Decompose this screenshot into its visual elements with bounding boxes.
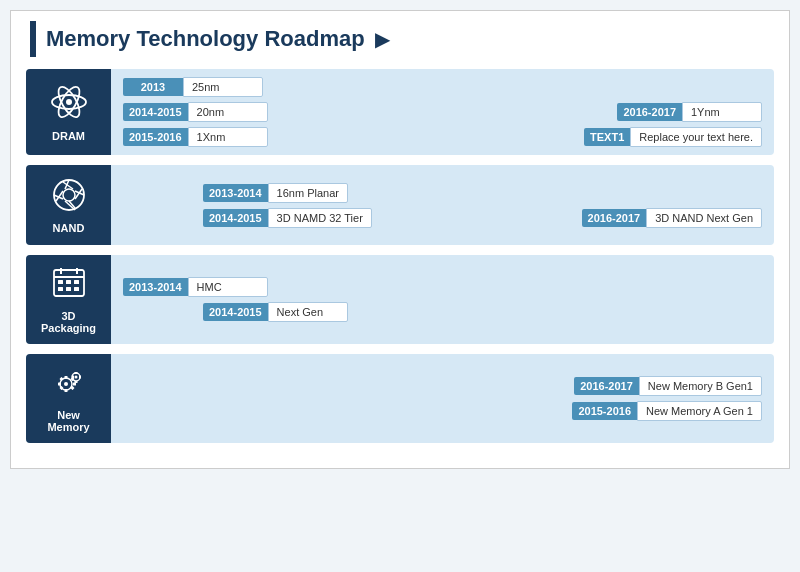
text1-badge: TEXT1	[584, 128, 630, 146]
packaging-item-2014-2015: 2014-2015 Next Gen	[203, 302, 348, 322]
svg-rect-36	[74, 372, 77, 374]
dram-label-25nm: 25nm	[183, 77, 263, 97]
svg-rect-38	[72, 376, 74, 379]
dram-year-2015-2016: 2015-2016	[123, 128, 188, 146]
nand-row-2: 2014-2015 3D NAMD 32 Tier 2016-2017 3D N…	[123, 208, 762, 228]
new-memory-year-2016-2017: 2016-2017	[574, 377, 639, 395]
svg-point-25	[64, 382, 68, 386]
page-container: Memory Technology Roadmap ▶ DRAM 2013 25…	[10, 10, 790, 469]
header-arrow-icon: ▶	[375, 27, 390, 51]
new-memory-icon-area: New Memory	[26, 354, 111, 443]
packaging-content: 2013-2014 HMC 2014-2015 Next Gen	[111, 255, 774, 344]
nand-label-16nm: 16nm Planar	[268, 183, 348, 203]
svg-rect-19	[66, 280, 71, 284]
svg-point-3	[66, 99, 72, 105]
new-memory-label-b-gen1: New Memory B Gen1	[639, 376, 762, 396]
dram-icon-area: DRAM	[26, 69, 111, 155]
svg-rect-37	[74, 381, 77, 383]
dram-item-2013: 2013 25nm	[123, 77, 263, 97]
svg-rect-28	[58, 383, 61, 386]
dram-year-2016-2017: 2016-2017	[617, 103, 682, 121]
atom-icon	[50, 83, 88, 126]
dram-item-2016-2017: 2016-2017 1Ynm	[617, 102, 762, 122]
svg-rect-30	[59, 377, 63, 381]
aperture-icon	[51, 177, 87, 218]
header: Memory Technology Roadmap ▶	[26, 21, 774, 57]
new-memory-row-1: 2016-2017 New Memory B Gen1	[123, 376, 762, 396]
nand-label: NAND	[53, 222, 85, 234]
svg-rect-23	[74, 287, 79, 291]
dram-label: DRAM	[52, 130, 85, 142]
gear-icon	[51, 364, 87, 405]
nand-item-2014-2015: 2014-2015 3D NAMD 32 Tier	[203, 208, 372, 228]
new-memory-section: New Memory 2016-2017 New Memory B Gen1 2…	[26, 354, 774, 443]
packaging-year-2014-2015: 2014-2015	[203, 303, 268, 321]
nand-item-2016-2017: 2016-2017 3D NAND Next Gen	[582, 208, 762, 228]
dram-label-1xnm: 1Xnm	[188, 127, 268, 147]
nand-item-2013-2014: 2013-2014 16nm Planar	[203, 183, 348, 203]
nand-year-2013-2014: 2013-2014	[203, 184, 268, 202]
nand-year-2014-2015: 2014-2015	[203, 209, 268, 227]
calendar-icon	[51, 265, 87, 306]
nand-section: NAND 2013-2014 16nm Planar 2014-2015 3D …	[26, 165, 774, 245]
nand-label-next-gen: 3D NAND Next Gen	[646, 208, 762, 228]
dram-item-2015-2016: 2015-2016 1Xnm	[123, 127, 268, 147]
dram-year-2014-2015: 2014-2015	[123, 103, 188, 121]
svg-rect-26	[64, 376, 67, 379]
packaging-row-1: 2013-2014 HMC	[123, 277, 762, 297]
page-title: Memory Technology Roadmap	[46, 26, 365, 52]
nand-content: 2013-2014 16nm Planar 2014-2015 3D NAMD …	[111, 165, 774, 245]
packaging-year-2013-2014: 2013-2014	[123, 278, 188, 296]
new-memory-label: New Memory	[47, 409, 89, 433]
dram-label-20nm: 20nm	[188, 102, 268, 122]
new-memory-label-a-gen1: New Memory A Gen 1	[637, 401, 762, 421]
text1-value: Replace your text here.	[630, 127, 762, 147]
svg-point-5	[63, 189, 75, 201]
packaging-item-2013-2014: 2013-2014 HMC	[123, 277, 268, 297]
packaging-label-hmc: HMC	[188, 277, 268, 297]
dram-label-1ynm: 1Ynm	[682, 102, 762, 122]
svg-rect-21	[58, 287, 63, 291]
packaging-label-next-gen: Next Gen	[268, 302, 348, 322]
packaging-label: 3D Packaging	[41, 310, 96, 334]
new-memory-row-2: 2015-2016 New Memory A Gen 1	[123, 401, 762, 421]
svg-point-35	[74, 376, 77, 379]
nand-icon-area: NAND	[26, 165, 111, 245]
packaging-row-2: 2014-2015 Next Gen	[123, 302, 762, 322]
dram-row-1: 2013 25nm	[123, 77, 762, 97]
dram-row-2: 2014-2015 20nm 2016-2017 1Ynm	[123, 102, 762, 122]
dram-text1-group: TEXT1 Replace your text here.	[584, 127, 762, 147]
new-memory-item-2015-2016: 2015-2016 New Memory A Gen 1	[572, 401, 762, 421]
dram-section: DRAM 2013 25nm 2014-2015 20nm 2016-2017	[26, 69, 774, 155]
new-memory-item-2016-2017: 2016-2017 New Memory B Gen1	[574, 376, 762, 396]
svg-rect-22	[66, 287, 71, 291]
dram-item-2014-2015: 2014-2015 20nm	[123, 102, 268, 122]
packaging-icon-area: 3D Packaging	[26, 255, 111, 344]
nand-label-3d-32tier: 3D NAMD 32 Tier	[268, 208, 372, 228]
dram-year-2013: 2013	[123, 78, 183, 96]
nand-row-1: 2013-2014 16nm Planar	[123, 183, 762, 203]
svg-rect-18	[58, 280, 63, 284]
nand-year-2016-2017: 2016-2017	[582, 209, 647, 227]
svg-rect-39	[79, 376, 81, 379]
header-accent	[30, 21, 36, 57]
dram-row-3: 2015-2016 1Xnm TEXT1 Replace your text h…	[123, 127, 762, 147]
new-memory-content: 2016-2017 New Memory B Gen1 2015-2016 Ne…	[111, 354, 774, 443]
packaging-section: 3D Packaging 2013-2014 HMC 2014-2015 Nex…	[26, 255, 774, 344]
new-memory-year-2015-2016: 2015-2016	[572, 402, 637, 420]
svg-rect-20	[74, 280, 79, 284]
dram-content: 2013 25nm 2014-2015 20nm 2016-2017 1Ynm	[111, 69, 774, 155]
svg-rect-27	[64, 389, 67, 392]
